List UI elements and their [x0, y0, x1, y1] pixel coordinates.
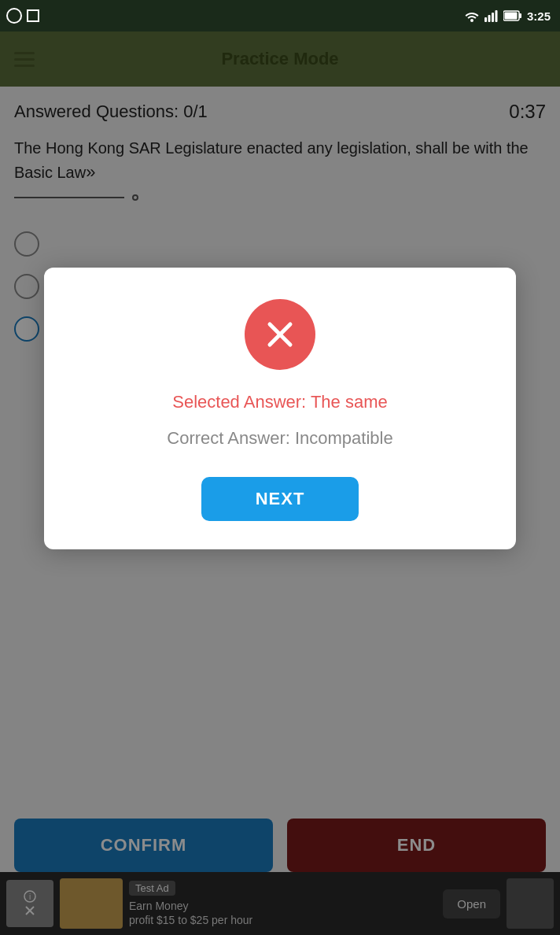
- next-button[interactable]: NEXT: [201, 477, 359, 521]
- svg-rect-5: [519, 13, 521, 18]
- x-icon: [260, 315, 300, 354]
- modal-correct-answer: Correct Answer: Incompatible: [167, 428, 392, 449]
- svg-rect-0: [484, 17, 487, 22]
- time-display: 3:25: [527, 9, 551, 23]
- status-icons-left: [6, 8, 39, 24]
- wifi-icon: [464, 9, 480, 22]
- circle-status-icon: [6, 8, 22, 24]
- status-icons-right: 3:25: [464, 9, 551, 23]
- modal-dialog: Selected Answer: The same Correct Answer…: [44, 268, 516, 549]
- svg-rect-2: [492, 13, 494, 22]
- modal-selected-answer: Selected Answer: The same: [172, 392, 388, 412]
- status-bar: 3:25: [0, 0, 560, 31]
- svg-rect-1: [488, 15, 490, 22]
- signal-icon: [484, 9, 499, 22]
- error-icon-circle: [245, 299, 315, 370]
- modal-overlay: Selected Answer: The same Correct Answer…: [0, 31, 560, 935]
- svg-rect-3: [495, 10, 497, 22]
- square-status-icon: [27, 9, 39, 22]
- battery-icon: [503, 10, 522, 21]
- svg-rect-6: [504, 13, 517, 20]
